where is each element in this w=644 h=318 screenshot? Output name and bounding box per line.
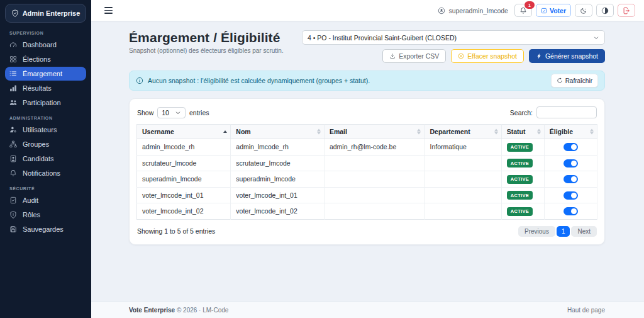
contrast-toggle-button[interactable] xyxy=(596,4,614,17)
election-select[interactable]: 4 • PO - Institut Provincial Saint-Guibe… xyxy=(302,30,605,45)
sidebar-item-groupes[interactable]: Groupes xyxy=(5,137,86,151)
chevron-down-icon xyxy=(593,35,599,41)
sort-icon xyxy=(317,129,321,135)
column-header-eligible[interactable]: Éligible xyxy=(544,125,597,139)
column-header-username[interactable]: Username xyxy=(137,125,231,139)
sidebar-item-label: Candidats xyxy=(23,155,54,162)
grid-icon xyxy=(9,55,17,63)
cell-username: superadmin_lmcode xyxy=(137,171,231,188)
generate-snapshot-button[interactable]: Générer snapshot xyxy=(529,49,605,63)
search-label: Search: xyxy=(510,109,533,116)
pagination-page-1[interactable]: 1 xyxy=(557,226,570,237)
sort-icon xyxy=(537,129,541,135)
cell-eligible xyxy=(544,155,597,171)
column-label: Email xyxy=(330,128,347,135)
table-row: admin_lmcode_rh admin_lmcode_rh admin_rh… xyxy=(137,139,597,156)
user-menu[interactable]: superadmin_lmcode xyxy=(438,7,508,14)
section-label-administration: ADMINISTRATION xyxy=(0,110,91,122)
sidebar-item-elections[interactable]: Élections xyxy=(5,52,86,66)
journal-check-icon xyxy=(9,196,17,204)
refresh-icon xyxy=(557,77,563,84)
brand-label: Admin Enterprise xyxy=(23,9,80,17)
sidebar-item-label: Groupes xyxy=(23,140,49,148)
table-row: scrutateur_lmcode scrutateur_lmcode ACTI… xyxy=(137,155,597,171)
refresh-button[interactable]: Rafraîchir xyxy=(551,74,598,88)
column-label: Departement xyxy=(430,128,470,135)
pagination-next[interactable]: Next xyxy=(571,226,597,237)
sidebar-item-label: Audit xyxy=(23,196,38,204)
footer-copyright: Vote Enterprise © 2026 · LM-Code xyxy=(129,307,228,314)
lightning-icon xyxy=(536,53,542,59)
speedometer-icon xyxy=(9,41,17,48)
sort-icon xyxy=(590,129,594,135)
brand[interactable]: Admin Enterprise xyxy=(5,4,86,23)
status-badge: ACTIVE xyxy=(507,175,533,184)
cell-statut: ACTIVE xyxy=(501,139,544,156)
hamburger-menu-icon[interactable] xyxy=(103,5,114,15)
notifications-button[interactable]: 1 xyxy=(514,4,532,17)
clear-snapshot-button[interactable]: Effacer snapshot xyxy=(451,49,524,63)
sidebar-item-label: Participation xyxy=(23,99,61,106)
footer-brand: Vote Enterprise xyxy=(129,307,175,314)
cell-nom: voter_lmcode_int_01 xyxy=(231,187,325,203)
bell-icon xyxy=(9,169,17,177)
sidebar-item-sauvegardes[interactable]: Sauvegardes xyxy=(5,222,86,236)
cell-departement xyxy=(425,171,501,188)
bar-chart-icon xyxy=(9,84,17,92)
sidebar-item-candidats[interactable]: Candidats xyxy=(5,152,86,166)
refresh-label: Rafraîchir xyxy=(565,77,592,84)
sidebar-item-utilisateurs[interactable]: Utilisateurs xyxy=(5,123,86,137)
cell-username: voter_lmcode_int_02 xyxy=(137,203,231,220)
cell-eligible xyxy=(544,187,597,203)
cell-username: scrutateur_lmcode xyxy=(137,155,231,171)
column-header-statut[interactable]: Statut xyxy=(501,125,544,139)
sidebar-item-label: Dashboard xyxy=(23,41,57,48)
eligible-toggle[interactable] xyxy=(564,159,578,168)
pagination-previous[interactable]: Previous xyxy=(518,226,555,237)
cell-eligible xyxy=(544,203,597,220)
info-circle-icon xyxy=(136,77,143,84)
column-header-email[interactable]: Email xyxy=(324,125,425,139)
cell-nom: superadmin_lmcode xyxy=(231,171,325,188)
sort-icon xyxy=(494,129,498,135)
page-subtitle: Snapshot (optionnel) des électeurs éligi… xyxy=(129,47,284,54)
section-label-securite: SÉCURITÉ xyxy=(0,181,91,193)
sidebar-item-resultats[interactable]: Résultats xyxy=(5,81,86,95)
eligible-toggle[interactable] xyxy=(564,207,578,215)
table-row: voter_lmcode_int_01 voter_lmcode_int_01 … xyxy=(137,187,597,203)
logout-icon xyxy=(623,7,630,14)
cell-email xyxy=(324,171,425,188)
column-header-nom[interactable]: Nom xyxy=(231,125,325,139)
page-title: Émargement / Éligibilité xyxy=(129,30,284,45)
sidebar-item-emargement[interactable]: Émargement xyxy=(5,67,86,81)
eligible-toggle[interactable] xyxy=(564,175,578,183)
logout-button[interactable] xyxy=(618,4,635,17)
cell-nom: admin_lmcode_rh xyxy=(231,139,325,156)
alert-message: Aucun snapshot : l'éligibilité est calcu… xyxy=(148,77,370,84)
search-input[interactable] xyxy=(536,106,597,118)
sidebar-item-notifications[interactable]: Notifications xyxy=(5,166,86,180)
voter-button[interactable]: Voter xyxy=(536,4,571,17)
page-size-select[interactable]: 10 xyxy=(157,107,186,118)
export-csv-button[interactable]: Exporter CSV xyxy=(382,49,446,63)
cell-email xyxy=(324,187,425,203)
cell-statut: ACTIVE xyxy=(501,187,544,203)
sidebar-item-participation[interactable]: Participation xyxy=(5,96,86,110)
list-check-icon xyxy=(9,70,17,77)
sidebar-item-roles[interactable]: Rôles xyxy=(5,208,86,222)
voter-label: Voter xyxy=(550,7,566,14)
sidebar-item-dashboard[interactable]: Dashboard xyxy=(5,38,86,52)
check-square-icon xyxy=(541,8,547,14)
cell-departement: Informatique xyxy=(425,139,501,156)
table-row: superadmin_lmcode superadmin_lmcode ACTI… xyxy=(137,171,597,188)
column-header-departement[interactable]: Departement xyxy=(425,125,501,139)
sidebar-item-audit[interactable]: Audit xyxy=(5,193,86,207)
sidebar-item-label: Notifications xyxy=(23,169,60,177)
cell-nom: scrutateur_lmcode xyxy=(231,155,325,171)
dark-mode-button[interactable] xyxy=(575,4,592,17)
eligible-toggle[interactable] xyxy=(564,143,578,151)
sidebar-item-label: Résultats xyxy=(23,84,52,92)
back-to-top-link[interactable]: Haut de page xyxy=(567,307,605,314)
eligible-toggle[interactable] xyxy=(564,191,578,200)
shield-icon xyxy=(9,211,17,219)
